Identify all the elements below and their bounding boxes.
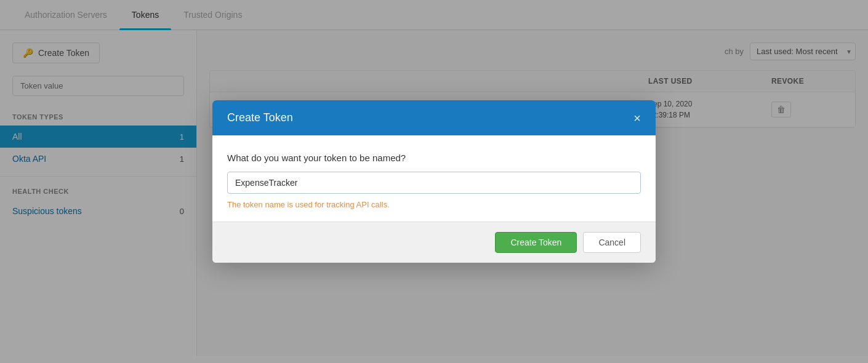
modal-footer: Create Token Cancel bbox=[212, 221, 656, 263]
modal-header: Create Token × bbox=[212, 100, 656, 135]
modal-title: Create Token bbox=[227, 111, 293, 124]
modal-create-token-button[interactable]: Create Token bbox=[495, 232, 577, 253]
page-background: Authorization Servers Tokens Trusted Ori… bbox=[0, 0, 868, 363]
modal-question: What do you want your token to be named? bbox=[227, 153, 641, 163]
modal-hint: The token name is used for tracking API … bbox=[227, 200, 641, 209]
create-token-modal: Create Token × What do you want your tok… bbox=[212, 100, 656, 263]
token-name-input[interactable] bbox=[227, 172, 641, 194]
modal-close-button[interactable]: × bbox=[633, 112, 641, 124]
modal-cancel-button[interactable]: Cancel bbox=[583, 232, 641, 253]
modal-body: What do you want your token to be named?… bbox=[212, 135, 656, 221]
modal-overlay[interactable]: Create Token × What do you want your tok… bbox=[0, 0, 868, 363]
